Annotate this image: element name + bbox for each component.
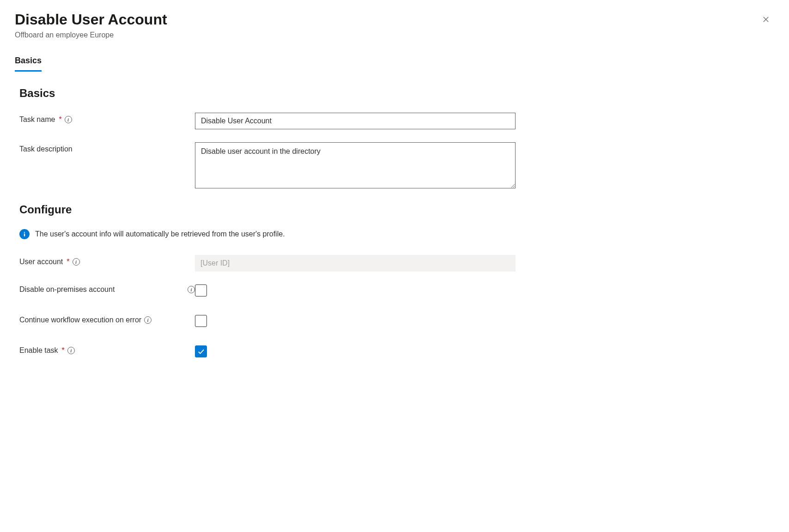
checkbox-col bbox=[195, 284, 207, 296]
label-col: Task description bbox=[19, 142, 195, 153]
row-task-description: Task description Disable user account in… bbox=[19, 142, 774, 190]
user-account-label: User account bbox=[19, 258, 63, 266]
required-indicator: * bbox=[59, 115, 61, 124]
label-col: Enable task * i bbox=[19, 345, 195, 355]
row-enable-task: Enable task * i bbox=[19, 345, 774, 357]
tab-basics[interactable]: Basics bbox=[15, 56, 42, 72]
required-indicator: * bbox=[67, 258, 69, 266]
section-heading-configure: Configure bbox=[19, 203, 774, 216]
panel-title: Disable User Account bbox=[15, 11, 774, 28]
continue-on-error-label: Continue workflow execution on error bbox=[19, 316, 141, 324]
input-col: Disable user account in the directory bbox=[195, 142, 516, 190]
label-col: Continue workflow execution on error i bbox=[19, 315, 195, 324]
close-icon bbox=[762, 15, 770, 24]
enable-task-checkbox[interactable] bbox=[195, 345, 207, 357]
info-banner: The user's account info will automatical… bbox=[19, 229, 774, 239]
tab-bar: Basics bbox=[15, 56, 774, 72]
close-button[interactable] bbox=[758, 11, 774, 28]
user-account-readonly: [User ID] bbox=[195, 255, 516, 272]
enable-task-label: Enable task bbox=[19, 346, 58, 355]
svg-point-2 bbox=[24, 232, 25, 233]
checkbox-col bbox=[195, 315, 207, 327]
continue-on-error-checkbox[interactable] bbox=[195, 315, 207, 327]
row-continue-on-error: Continue workflow execution on error i bbox=[19, 315, 774, 327]
info-icon[interactable]: i bbox=[188, 286, 195, 293]
section-heading-basics: Basics bbox=[19, 87, 774, 100]
row-task-name: Task name * i bbox=[19, 113, 774, 129]
checkbox-col bbox=[195, 345, 207, 357]
disable-onprem-checkbox[interactable] bbox=[195, 284, 207, 296]
task-name-label: Task name bbox=[19, 115, 55, 124]
info-icon[interactable]: i bbox=[73, 258, 80, 266]
info-icon[interactable]: i bbox=[144, 316, 152, 324]
info-banner-text: The user's account info will automatical… bbox=[35, 230, 285, 238]
task-name-input[interactable] bbox=[195, 113, 516, 129]
info-banner-icon bbox=[19, 229, 30, 239]
row-disable-onprem: Disable on-premises account i bbox=[19, 284, 774, 296]
label-col: Disable on-premises account i bbox=[19, 284, 195, 294]
task-description-label: Task description bbox=[19, 145, 73, 153]
svg-rect-3 bbox=[24, 234, 25, 236]
input-col: [User ID] bbox=[195, 255, 516, 272]
label-col: Task name * i bbox=[19, 113, 195, 124]
required-indicator: * bbox=[62, 346, 65, 355]
task-description-input[interactable]: Disable user account in the directory bbox=[195, 142, 516, 188]
check-icon bbox=[197, 347, 205, 356]
row-user-account: User account * i [User ID] bbox=[19, 255, 774, 272]
input-col bbox=[195, 113, 516, 129]
info-icon[interactable]: i bbox=[65, 116, 72, 123]
label-col: User account * i bbox=[19, 255, 195, 266]
info-icon[interactable]: i bbox=[67, 347, 75, 354]
panel-container: Disable User Account Offboard an employe… bbox=[15, 11, 774, 357]
disable-onprem-label: Disable on-premises account bbox=[19, 285, 115, 294]
panel-subtitle: Offboard an employee Europe bbox=[15, 31, 774, 39]
